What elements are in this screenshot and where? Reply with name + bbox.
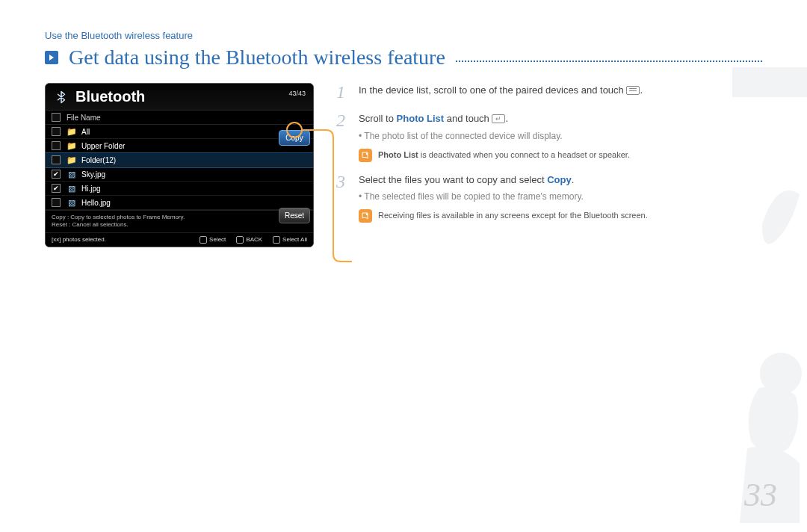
header-checkbox — [52, 113, 61, 122]
note-line: Reset : Cancel all selections. — [52, 221, 307, 229]
step-text: Select the files you want to copy and se… — [359, 174, 547, 185]
list-header-row: File Name — [46, 111, 313, 125]
heading-row: Get data using the Bluetooth wireless fe… — [45, 46, 762, 69]
step-text: Scroll to — [359, 113, 397, 124]
step-text: . — [640, 84, 643, 96]
row-label: All — [81, 128, 90, 136]
step-body: Scroll to Photo List and touch . The pho… — [359, 111, 762, 162]
step-2: 2 Scroll to Photo List and touch . The p… — [336, 111, 762, 162]
step-text: and touch — [444, 113, 492, 124]
photo-list-highlight: Photo List — [397, 113, 445, 124]
list-row: 📁 Upper Folder — [46, 139, 313, 153]
step-bullet: The selected files will be copied to the… — [359, 190, 762, 203]
copy-highlight: Copy — [547, 174, 572, 185]
folder-icon: 📁 — [67, 142, 77, 150]
list-row: ▧ Hello.jpg — [46, 196, 313, 210]
image-icon: ▧ — [67, 185, 77, 193]
step-text: . — [505, 113, 508, 124]
step-1: 1 In the device list, scroll to one of t… — [336, 83, 762, 101]
svg-point-3 — [760, 353, 802, 395]
bluetooth-screenshot: Bluetooth 43/43 File Name 📁 All 📁 Upper … — [45, 83, 314, 247]
reset-button: Reset — [279, 208, 310, 223]
list-row-selected: 📁 Folder(12) — [46, 153, 313, 167]
screenshot-title: Bluetooth — [75, 88, 145, 105]
row-label: Sky.jpg — [81, 170, 105, 179]
screenshot-note: Copy : Copy to selected photos to Frame … — [46, 210, 313, 232]
step-text: . — [572, 174, 575, 185]
folder-icon: 📁 — [67, 128, 77, 136]
row-label: Hi.jpg — [81, 185, 101, 193]
note-line: Copy : Copy to selected photos to Frame … — [52, 214, 307, 221]
step-3: 3 Select the files you want to copy and … — [336, 173, 762, 223]
screenshot-header: Bluetooth 43/43 — [46, 84, 313, 111]
step-bullet: The photo list of the connected device w… — [359, 129, 762, 143]
image-icon: ▧ — [67, 170, 77, 179]
step-number: 1 — [336, 83, 348, 101]
row-label: Folder(12) — [81, 156, 116, 164]
list-row: ✔ ▧ Hi.jpg — [46, 182, 313, 196]
screenshot-counter: 43/43 — [288, 90, 306, 97]
bluetooth-icon — [53, 89, 69, 105]
step-number: 2 — [336, 111, 348, 162]
list-row: 📁 All — [46, 125, 313, 139]
copy-button: Copy — [279, 130, 310, 146]
row-checkbox-checked: ✔ — [52, 184, 61, 193]
step-body: In the device list, scroll to one of the… — [359, 83, 762, 101]
list-row: ✔ ▧ Sky.jpg — [46, 167, 313, 182]
status-select: Select — [200, 236, 226, 244]
note-text: Receiving files is available in any scre… — [378, 209, 648, 223]
row-label: Hello.jpg — [81, 199, 111, 207]
enter-icon — [492, 114, 505, 123]
page-number: 33 — [744, 476, 777, 514]
heading-bullet-icon — [45, 51, 58, 64]
image-icon: ▧ — [67, 199, 77, 207]
row-checkbox — [52, 141, 61, 150]
svg-marker-0 — [49, 55, 54, 61]
screenshot-body: File Name 📁 All 📁 Upper Folder 📁 Folder(… — [46, 111, 313, 210]
steps-column: 1 In the device list, scroll to one of t… — [336, 83, 762, 233]
note-text: Photo List is deactivated when you conne… — [378, 149, 630, 162]
status-left: [xx] photos selected. — [52, 236, 106, 243]
breadcrumb: Use the Bluetooth wireless feature — [45, 30, 762, 41]
row-checkbox-checked: ✔ — [52, 170, 61, 179]
step-number: 3 — [336, 173, 348, 223]
row-label: Upper Folder — [81, 142, 125, 150]
note-icon — [359, 209, 372, 223]
heading-dotted-line — [456, 61, 762, 62]
folder-icon: 📁 — [67, 156, 77, 164]
status-back: BACK — [236, 236, 262, 244]
list-header-label: File Name — [67, 114, 101, 122]
row-checkbox — [52, 155, 61, 164]
row-checkbox — [52, 198, 61, 207]
note-block: Receiving files is available in any scre… — [359, 209, 762, 223]
screenshot-statusbar: [xx] photos selected. Select BACK Select… — [46, 232, 313, 247]
step-body: Select the files you want to copy and se… — [359, 173, 762, 223]
note-icon — [359, 149, 372, 162]
step-text: In the device list, scroll to one of the… — [359, 84, 626, 96]
page-title: Get data using the Bluetooth wireless fe… — [69, 46, 445, 69]
note-block: Photo List is deactivated when you conne… — [359, 149, 762, 162]
menu-icon — [626, 86, 640, 95]
decor-background — [717, 0, 807, 532]
row-checkbox — [52, 127, 61, 136]
status-selectall: Select All — [273, 236, 307, 244]
